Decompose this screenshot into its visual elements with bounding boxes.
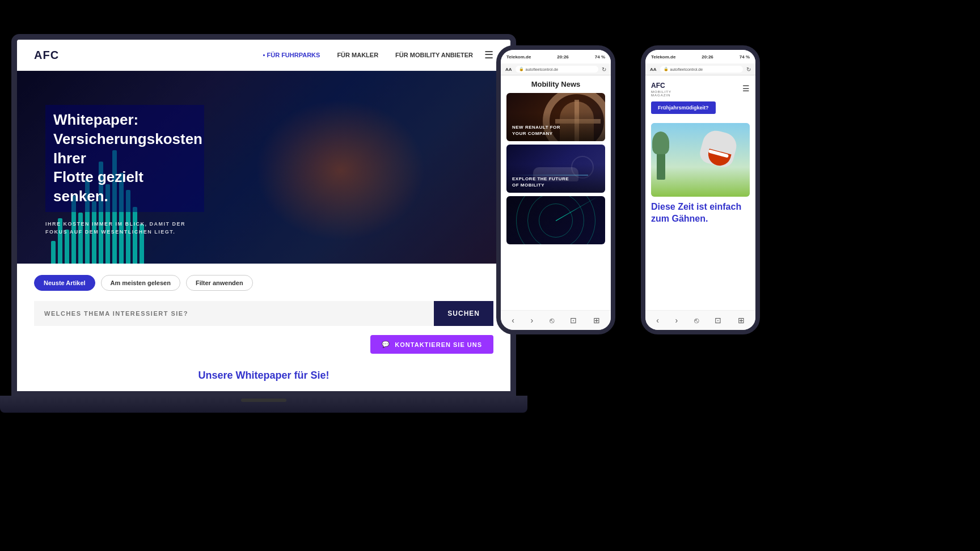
filter-btn-popular[interactable]: Am meisten gelesen — [101, 275, 180, 291]
tabs-icon[interactable]: ⊞ — [593, 316, 600, 325]
hero-section: Whitepaper:Versicherungskosten IhrerFlot… — [17, 71, 510, 264]
hamburger-menu-icon[interactable]: ☰ — [484, 49, 493, 61]
whitepaper-section-title: Unsere Whitepaper für Sie! — [34, 370, 493, 382]
phone2-battery: 74 % — [740, 54, 750, 60]
phone1-bezel: Telekom.de 20:26 74 % AA 🔒 autofleetcont… — [496, 45, 615, 334]
hero-glow-decoration — [255, 99, 425, 241]
phone2-bezel: Telekom.de 20:26 74 % AA 🔒 autofleetcont… — [641, 45, 760, 334]
phone2-app-header: AFC MOBILITYMAGAZIN ☰ — [651, 80, 750, 97]
nav-fuhrparks[interactable]: FÜR FUHRPARKS — [263, 52, 320, 58]
phone1-url-bar[interactable]: 🔒 autofleetcontrol.de — [516, 66, 598, 73]
forward-icon[interactable]: › — [530, 316, 533, 325]
phone2-afc-subtitle: MOBILITYMAGAZIN — [651, 90, 671, 97]
share-icon[interactable]: ⎋ — [550, 316, 554, 325]
phone2-forward-icon[interactable]: › — [675, 316, 678, 325]
phone2-url-text: autofleetcontrol.de — [670, 67, 703, 71]
phone2-lock-icon: 🔒 — [664, 67, 669, 71]
phone1-time: 20:26 — [557, 54, 568, 60]
hero-text-block: Whitepaper:Versicherungskosten IhrerFlot… — [45, 105, 204, 236]
phone2-aa: AA — [650, 67, 657, 72]
afc-website-header: AFC FÜR FUHRPARKS FÜR MAKLER FÜR MOBILIT… — [17, 40, 510, 71]
phone2-url-bar[interactable]: 🔒 autofleetcontrol.de — [660, 66, 743, 73]
card3-bg — [506, 196, 605, 244]
phone1-bottom-bar: ‹ › ⎋ ⊡ ⊞ — [501, 310, 611, 330]
phone2-time: 20:26 — [702, 54, 713, 60]
phone2-share-icon[interactable]: ⎋ — [694, 316, 699, 325]
phone2-afc-logo: AFC — [651, 82, 665, 90]
phone1-card-3[interactable] — [506, 196, 605, 244]
phone1-url-text: autofleetcontrol.de — [526, 67, 559, 71]
phone2-bottom-bar: ‹ › ⎋ ⊡ ⊞ — [645, 310, 755, 330]
phone2-browser-bar: AA 🔒 autofleetcontrol.de ↻ — [645, 63, 755, 75]
search-button[interactable]: SUCHEN — [434, 301, 493, 326]
phone2-hamburger-icon[interactable]: ☰ — [742, 84, 750, 93]
phone2-screen: Telekom.de 20:26 74 % AA 🔒 autofleetcont… — [645, 50, 755, 330]
phone1-content: Mobility News NEW RENAULT FORYOUR COMPAN… — [501, 75, 611, 252]
phone1-card-1[interactable]: NEW RENAULT FORYOUR COMPANY — [506, 93, 605, 141]
phone1-battery: 74 % — [595, 54, 605, 60]
filter-buttons-group: Neuste Artikel Am meisten gelesen Filter… — [34, 275, 493, 291]
laptop-device: AFC FÜR FUHRPARKS FÜR MAKLER FÜR MOBILIT… — [0, 34, 527, 442]
phone2-article-title: Diese Zeit ist einfachzum Gähnen. — [651, 201, 750, 225]
phone1-card-2[interactable]: EXPLORE THE FUTUREOF MOBILITY — [506, 145, 605, 193]
phone1-carrier: Telekom.de — [506, 54, 531, 60]
phone2-bookmarks-icon[interactable]: ⊡ — [715, 316, 721, 325]
content-section: Neuste Artikel Am meisten gelesen Filter… — [17, 264, 510, 391]
phone2-tabs-icon[interactable]: ⊞ — [738, 316, 745, 325]
phone2-reload-icon[interactable]: ↻ — [746, 66, 751, 73]
hero-title: Whitepaper:Versicherungskosten IhrerFlot… — [45, 105, 204, 212]
hero-subtitle: IHRE KOSTEN IMMER IM BLICK, DAMIT DER FO… — [45, 220, 193, 236]
nav-mobility[interactable]: FÜR MOBILITY ANBIETER — [395, 52, 473, 58]
back-icon[interactable]: ‹ — [512, 316, 514, 325]
phone1-status-bar: Telekom.de 20:26 74 % — [501, 50, 611, 63]
phone1-lock-icon: 🔒 — [519, 67, 524, 71]
bookmarks-icon[interactable]: ⊡ — [570, 316, 577, 325]
phone1-browser-bar: AA 🔒 autofleetcontrol.de ↻ — [501, 63, 611, 75]
phone2-status-bar: Telekom.de 20:26 74 % — [645, 50, 755, 63]
spring-tag-button[interactable]: Frühjahrsmüdigkeit? — [651, 101, 716, 114]
mobility-news-title: Mobility News — [506, 80, 605, 88]
laptop-base — [0, 396, 527, 413]
phone1-aa: AA — [505, 67, 512, 72]
phone2-carrier: Telekom.de — [651, 54, 675, 60]
phone1-device: Telekom.de 20:26 74 % AA 🔒 autofleetcont… — [496, 45, 615, 334]
phone2-hero-image — [651, 123, 750, 197]
afc-nav: FÜR FUHRPARKS FÜR MAKLER FÜR MOBILITY AN… — [263, 52, 473, 58]
afc-logo: AFC — [34, 49, 59, 62]
card2-text: EXPLORE THE FUTUREOF MOBILITY — [512, 176, 569, 188]
nav-makler[interactable]: FÜR MAKLER — [337, 52, 378, 58]
phone2-content: AFC MOBILITYMAGAZIN ☰ Frühjahrsmüdigkeit… — [645, 75, 755, 230]
contact-button[interactable]: 💬 KONTAKTIEREN SIE UNS — [370, 335, 493, 354]
phone1-screen: Telekom.de 20:26 74 % AA 🔒 autofleetcont… — [501, 50, 611, 330]
contact-icon: 💬 — [382, 341, 390, 348]
search-row: SUCHEN — [34, 301, 493, 326]
phone2-back-icon[interactable]: ‹ — [656, 316, 659, 325]
phone1-reload-icon[interactable]: ↻ — [602, 66, 606, 73]
filter-btn-apply[interactable]: Filter anwenden — [186, 275, 253, 291]
dog-shape — [696, 132, 741, 183]
contact-button-label: KONTAKTIEREN SIE UNS — [395, 341, 482, 348]
filter-btn-newest[interactable]: Neuste Artikel — [34, 275, 95, 291]
phone2-device: Telekom.de 20:26 74 % AA 🔒 autofleetcont… — [641, 45, 760, 334]
laptop-bezel: AFC FÜR FUHRPARKS FÜR MAKLER FÜR MOBILIT… — [11, 34, 516, 397]
search-input[interactable] — [34, 301, 434, 326]
card1-text: NEW RENAULT FORYOUR COMPANY — [512, 125, 560, 137]
laptop-screen: AFC FÜR FUHRPARKS FÜR MAKLER FÜR MOBILIT… — [17, 40, 510, 391]
phone2-logo-group: AFC MOBILITYMAGAZIN — [651, 80, 671, 97]
